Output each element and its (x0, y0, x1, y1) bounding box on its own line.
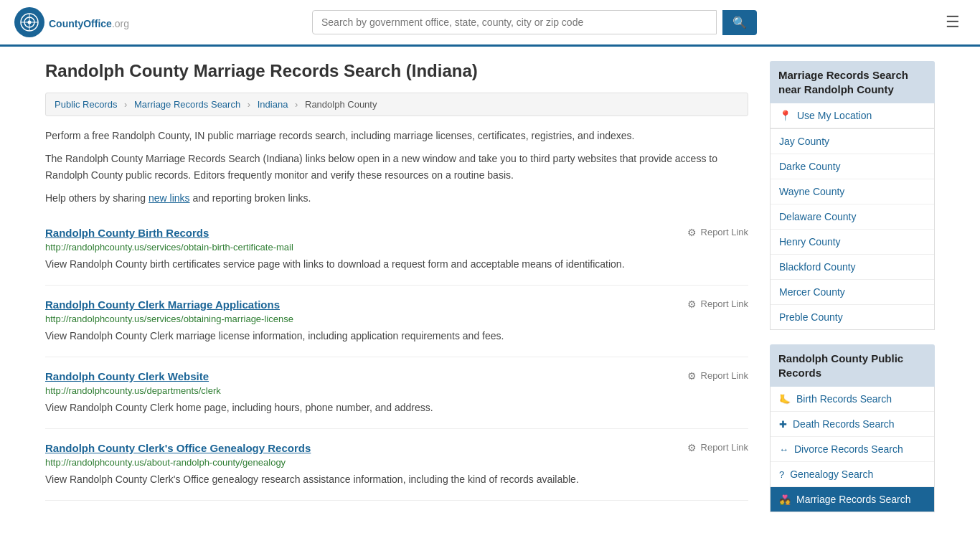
nearby-county-link[interactable]: Mercer County (771, 280, 934, 304)
search-icon: 🔍 (732, 17, 747, 29)
report-icon: ⚙ (687, 370, 697, 382)
use-location-item[interactable]: 📍 Use My Location (771, 103, 934, 128)
report-link[interactable]: ⚙ Report Link (687, 370, 748, 382)
logo-name: CountyOffice.org (49, 14, 129, 31)
public-record-item[interactable]: ? Genealogy Search (771, 462, 934, 487)
breadcrumb-sep-2: › (248, 99, 250, 110)
record-description: View Randolph County Clerk home page, in… (45, 400, 748, 415)
record-type-icon: ? (779, 469, 784, 480)
nearby-county-item[interactable]: Mercer County (771, 280, 934, 305)
public-record-label: Divorce Records Search (794, 443, 903, 455)
public-record-link[interactable]: 🦶 Birth Records Search (771, 387, 934, 411)
nearby-title: Marriage Records Search near Randolph Co… (770, 61, 935, 103)
report-link[interactable]: ⚙ Report Link (687, 442, 748, 453)
nearby-county-item[interactable]: Henry County (771, 230, 934, 255)
public-record-link[interactable]: ↔ Divorce Records Search (771, 437, 934, 461)
record-header: Randolph County Clerk Marriage Applicati… (45, 298, 748, 311)
nearby-county-link[interactable]: Jay County (771, 129, 934, 154)
public-record-link[interactable]: ✚ Death Records Search (771, 412, 934, 436)
record-type-icon: 💑 (779, 494, 791, 505)
record-entry: Randolph County Clerk Website ⚙ Report L… (45, 357, 748, 429)
nearby-county-link[interactable]: Delaware County (771, 204, 934, 229)
record-entry: Randolph County Clerk's Office Genealogy… (45, 429, 748, 501)
search-bar: 🔍 (312, 10, 757, 35)
record-url[interactable]: http://randolphcounty.us/services/obtain… (45, 242, 748, 253)
page-title: Randolph County Marriage Records Search … (45, 61, 748, 81)
record-type-icon: 🦶 (779, 394, 791, 405)
record-type-icon: ↔ (779, 444, 788, 455)
report-link[interactable]: ⚙ Report Link (687, 227, 748, 238)
record-entry: Randolph County Birth Records ⚙ Report L… (45, 214, 748, 286)
nearby-county-item[interactable]: Delaware County (771, 204, 934, 230)
record-url[interactable]: http://randolphcounty.us/services/obtain… (45, 314, 748, 324)
record-header: Randolph County Clerk Website ⚙ Report L… (45, 370, 748, 382)
public-record-link[interactable]: ? Genealogy Search (771, 462, 934, 486)
record-url[interactable]: http://randolphcounty.us/departments/cle… (45, 385, 748, 396)
nearby-county-link[interactable]: Blackford County (771, 255, 934, 279)
public-record-label: Death Records Search (793, 418, 895, 430)
search-input[interactable] (312, 10, 717, 34)
location-pin-icon: 📍 (779, 110, 791, 121)
record-url[interactable]: http://randolphcounty.us/about-randolph-… (45, 457, 748, 468)
public-record-item[interactable]: ↔ Divorce Records Search (771, 437, 934, 462)
public-record-item[interactable]: ✚ Death Records Search (771, 412, 934, 437)
menu-button[interactable]: ☰ (940, 10, 966, 34)
intro-3-suffix: and reporting broken links. (190, 192, 311, 204)
record-entry: Randolph County Clerk Marriage Applicati… (45, 286, 748, 357)
nearby-county-link[interactable]: Wayne County (771, 179, 934, 204)
report-icon: ⚙ (687, 298, 697, 310)
public-record-label: Marriage Records Search (796, 494, 911, 505)
sidebar: Marriage Records Search near Randolph Co… (770, 61, 935, 527)
record-title[interactable]: Randolph County Clerk Marriage Applicati… (45, 298, 280, 311)
record-description: View Randolph County Clerk's Office gene… (45, 472, 748, 487)
record-header: Randolph County Birth Records ⚙ Report L… (45, 227, 748, 239)
nearby-county-link[interactable]: Preble County (771, 305, 934, 329)
breadcrumb-indiana[interactable]: Indiana (258, 99, 288, 110)
breadcrumb-marriage-records[interactable]: Marriage Records Search (134, 99, 240, 110)
record-type-icon: ✚ (779, 419, 787, 430)
intro-paragraph-2: The Randolph County Marriage Records Sea… (45, 151, 748, 183)
nearby-county-item[interactable]: Darke County (771, 154, 934, 179)
nearby-county-item[interactable]: Wayne County (771, 179, 934, 204)
nearby-section: Marriage Records Search near Randolph Co… (770, 61, 935, 330)
intro-paragraph-3: Help others by sharing new links and rep… (45, 190, 748, 206)
record-title[interactable]: Randolph County Birth Records (45, 227, 209, 239)
use-location-label: Use My Location (797, 110, 872, 121)
breadcrumb-public-records[interactable]: Public Records (55, 99, 117, 110)
breadcrumb-sep-1: › (124, 99, 127, 110)
nearby-county-list: Jay CountyDarke CountyWayne CountyDelawa… (770, 129, 935, 330)
public-records-list: 🦶 Birth Records Search ✚ Death Records S… (770, 387, 935, 512)
report-icon: ⚙ (687, 442, 697, 453)
breadcrumb: Public Records › Marriage Records Search… (45, 93, 748, 116)
intro-3-prefix: Help others by sharing (45, 192, 149, 204)
nearby-county-link[interactable]: Henry County (771, 230, 934, 254)
logo-icon (14, 7, 44, 37)
nearby-county-item[interactable]: Blackford County (771, 255, 934, 280)
report-label: Report Link (701, 370, 748, 381)
public-record-item[interactable]: 🦶 Birth Records Search (771, 387, 934, 412)
breadcrumb-current: Randolph County (305, 99, 377, 110)
record-title[interactable]: Randolph County Clerk Website (45, 370, 209, 382)
report-label: Report Link (701, 298, 748, 309)
public-record-item[interactable]: 💑 Marriage Records Search (771, 487, 934, 512)
record-title[interactable]: Randolph County Clerk's Office Genealogy… (45, 442, 311, 454)
hamburger-icon: ☰ (946, 13, 960, 31)
record-header: Randolph County Clerk's Office Genealogy… (45, 442, 748, 454)
logo[interactable]: CountyOffice.org (14, 7, 129, 37)
report-link[interactable]: ⚙ Report Link (687, 298, 748, 310)
record-description: View Randolph County Clerk marriage lice… (45, 329, 748, 344)
new-links-link[interactable]: new links (149, 192, 190, 204)
main-container: Randolph County Marriage Records Search … (31, 47, 949, 541)
report-label: Report Link (701, 227, 748, 237)
nearby-list: 📍 Use My Location (770, 103, 935, 129)
nearby-county-link[interactable]: Darke County (771, 154, 934, 179)
search-button[interactable]: 🔍 (722, 10, 757, 35)
use-location-link[interactable]: 📍 Use My Location (771, 103, 934, 128)
nearby-county-item[interactable]: Preble County (771, 305, 934, 329)
nearby-county-item[interactable]: Jay County (771, 129, 934, 154)
public-record-label: Birth Records Search (796, 393, 892, 405)
public-records-section: Randolph County Public Records 🦶 Birth R… (770, 344, 935, 512)
public-records-title: Randolph County Public Records (770, 344, 935, 387)
public-record-link[interactable]: 💑 Marriage Records Search (771, 487, 934, 512)
breadcrumb-sep-3: › (295, 99, 298, 110)
